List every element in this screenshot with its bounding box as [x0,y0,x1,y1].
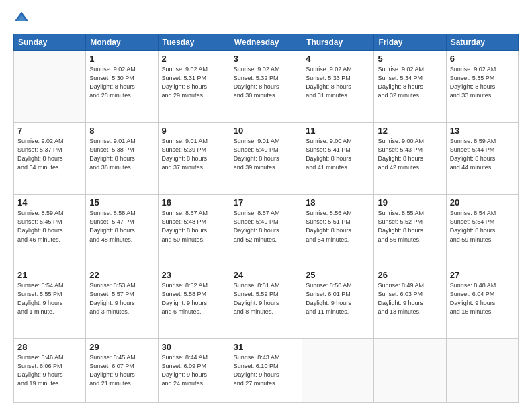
day-detail: Sunrise: 9:02 AM Sunset: 5:31 PM Dayligh… [162,65,226,100]
day-number: 28 [17,342,82,352]
day-detail: Sunrise: 8:57 AM Sunset: 5:49 PM Dayligh… [234,209,298,244]
day-detail: Sunrise: 8:51 AM Sunset: 5:59 PM Dayligh… [234,281,298,316]
day-detail: Sunrise: 8:54 AM Sunset: 5:54 PM Dayligh… [450,209,515,244]
calendar-cell: 23Sunrise: 8:52 AM Sunset: 5:58 PM Dayli… [158,267,230,338]
page: SundayMondayTuesdayWednesdayThursdayFrid… [0,0,532,411]
day-number: 3 [234,54,298,64]
calendar-cell: 30Sunrise: 8:44 AM Sunset: 6:09 PM Dayli… [158,338,230,402]
day-detail: Sunrise: 8:48 AM Sunset: 6:04 PM Dayligh… [450,281,515,316]
day-detail: Sunrise: 8:52 AM Sunset: 5:58 PM Dayligh… [162,281,226,316]
day-number: 29 [89,342,154,352]
day-detail: Sunrise: 8:59 AM Sunset: 5:45 PM Dayligh… [17,209,82,244]
calendar-cell [302,338,374,402]
day-number: 20 [450,197,515,208]
calendar-cell [14,51,86,123]
day-detail: Sunrise: 9:02 AM Sunset: 5:34 PM Dayligh… [378,65,442,100]
calendar-cell: 5Sunrise: 9:02 AM Sunset: 5:34 PM Daylig… [374,51,446,123]
calendar-cell [446,338,518,402]
day-number: 21 [17,270,82,280]
day-number: 12 [378,126,442,136]
day-number: 2 [162,54,226,64]
weekday-header-row: SundayMondayTuesdayWednesdayThursdayFrid… [14,34,519,51]
calendar-cell: 22Sunrise: 8:53 AM Sunset: 5:57 PM Dayli… [86,267,158,338]
day-number: 11 [306,126,370,136]
day-number: 27 [450,270,515,280]
calendar-cell: 29Sunrise: 8:45 AM Sunset: 6:07 PM Dayli… [86,338,158,402]
day-number: 24 [234,270,298,280]
calendar-cell [374,338,446,402]
calendar-cell: 3Sunrise: 9:02 AM Sunset: 5:32 PM Daylig… [230,51,302,123]
day-number: 13 [450,126,515,136]
weekday-header-saturday: Saturday [446,34,518,51]
calendar-week-3: 21Sunrise: 8:54 AM Sunset: 5:55 PM Dayli… [14,267,519,338]
day-detail: Sunrise: 8:58 AM Sunset: 5:47 PM Dayligh… [89,209,154,244]
calendar-cell: 24Sunrise: 8:51 AM Sunset: 5:59 PM Dayli… [230,267,302,338]
day-number: 31 [234,342,298,352]
header [13,11,519,27]
day-detail: Sunrise: 9:02 AM Sunset: 5:32 PM Dayligh… [234,65,298,100]
calendar-cell: 27Sunrise: 8:48 AM Sunset: 6:04 PM Dayli… [446,267,518,338]
day-number: 10 [234,126,298,136]
calendar-cell: 25Sunrise: 8:50 AM Sunset: 6:01 PM Dayli… [302,267,374,338]
day-number: 19 [378,197,442,208]
calendar-cell: 10Sunrise: 9:01 AM Sunset: 5:40 PM Dayli… [230,123,302,195]
weekday-header-tuesday: Tuesday [158,34,230,51]
day-detail: Sunrise: 8:56 AM Sunset: 5:51 PM Dayligh… [306,209,370,244]
day-number: 25 [306,270,370,280]
day-detail: Sunrise: 9:02 AM Sunset: 5:37 PM Dayligh… [17,137,82,172]
calendar-cell: 2Sunrise: 9:02 AM Sunset: 5:31 PM Daylig… [158,51,230,123]
day-number: 30 [162,342,226,352]
day-detail: Sunrise: 9:01 AM Sunset: 5:38 PM Dayligh… [89,137,154,172]
weekday-header-thursday: Thursday [302,34,374,51]
logo-icon [13,11,30,27]
day-detail: Sunrise: 8:44 AM Sunset: 6:09 PM Dayligh… [162,353,226,388]
calendar-cell: 11Sunrise: 9:00 AM Sunset: 5:41 PM Dayli… [302,123,374,195]
day-detail: Sunrise: 9:01 AM Sunset: 5:40 PM Dayligh… [234,137,298,172]
day-detail: Sunrise: 9:01 AM Sunset: 5:39 PM Dayligh… [162,137,226,172]
day-number: 7 [17,126,82,136]
day-detail: Sunrise: 8:55 AM Sunset: 5:52 PM Dayligh… [378,209,442,244]
calendar-cell: 8Sunrise: 9:01 AM Sunset: 5:38 PM Daylig… [86,123,158,195]
calendar-week-1: 7Sunrise: 9:02 AM Sunset: 5:37 PM Daylig… [14,123,519,195]
day-number: 18 [306,197,370,208]
calendar-cell: 6Sunrise: 9:02 AM Sunset: 5:35 PM Daylig… [446,51,518,123]
day-detail: Sunrise: 8:45 AM Sunset: 6:07 PM Dayligh… [89,353,154,388]
calendar-cell: 15Sunrise: 8:58 AM Sunset: 5:47 PM Dayli… [86,195,158,267]
calendar-cell: 9Sunrise: 9:01 AM Sunset: 5:39 PM Daylig… [158,123,230,195]
calendar-cell: 17Sunrise: 8:57 AM Sunset: 5:49 PM Dayli… [230,195,302,267]
day-number: 17 [234,197,298,208]
calendar-cell: 14Sunrise: 8:59 AM Sunset: 5:45 PM Dayli… [14,195,86,267]
calendar-cell: 28Sunrise: 8:46 AM Sunset: 6:06 PM Dayli… [14,338,86,402]
day-number: 14 [17,197,82,208]
weekday-header-sunday: Sunday [14,34,86,51]
day-detail: Sunrise: 8:49 AM Sunset: 6:03 PM Dayligh… [378,281,442,316]
day-number: 26 [378,270,442,280]
calendar-cell: 31Sunrise: 8:43 AM Sunset: 6:10 PM Dayli… [230,338,302,402]
day-detail: Sunrise: 8:46 AM Sunset: 6:06 PM Dayligh… [17,353,82,388]
day-detail: Sunrise: 9:00 AM Sunset: 5:41 PM Dayligh… [306,137,370,172]
day-detail: Sunrise: 8:53 AM Sunset: 5:57 PM Dayligh… [89,281,154,316]
calendar-week-0: 1Sunrise: 9:02 AM Sunset: 5:30 PM Daylig… [14,51,519,123]
calendar-cell: 7Sunrise: 9:02 AM Sunset: 5:37 PM Daylig… [14,123,86,195]
day-number: 9 [162,126,226,136]
day-number: 22 [89,270,154,280]
calendar-week-4: 28Sunrise: 8:46 AM Sunset: 6:06 PM Dayli… [14,338,519,402]
calendar-cell: 13Sunrise: 8:59 AM Sunset: 5:44 PM Dayli… [446,123,518,195]
day-detail: Sunrise: 9:02 AM Sunset: 5:33 PM Dayligh… [306,65,370,100]
weekday-header-monday: Monday [86,34,158,51]
calendar-cell: 12Sunrise: 9:00 AM Sunset: 5:43 PM Dayli… [374,123,446,195]
calendar-cell: 26Sunrise: 8:49 AM Sunset: 6:03 PM Dayli… [374,267,446,338]
calendar-cell: 18Sunrise: 8:56 AM Sunset: 5:51 PM Dayli… [302,195,374,267]
day-detail: Sunrise: 9:02 AM Sunset: 5:35 PM Dayligh… [450,65,515,100]
day-detail: Sunrise: 9:00 AM Sunset: 5:43 PM Dayligh… [378,137,442,172]
weekday-header-friday: Friday [374,34,446,51]
calendar-cell: 1Sunrise: 9:02 AM Sunset: 5:30 PM Daylig… [86,51,158,123]
day-number: 6 [450,54,515,64]
day-number: 4 [306,54,370,64]
day-number: 8 [89,126,154,136]
day-number: 16 [162,197,226,208]
day-detail: Sunrise: 8:57 AM Sunset: 5:48 PM Dayligh… [162,209,226,244]
day-detail: Sunrise: 8:43 AM Sunset: 6:10 PM Dayligh… [234,353,298,388]
day-detail: Sunrise: 8:50 AM Sunset: 6:01 PM Dayligh… [306,281,370,316]
day-number: 5 [378,54,442,64]
